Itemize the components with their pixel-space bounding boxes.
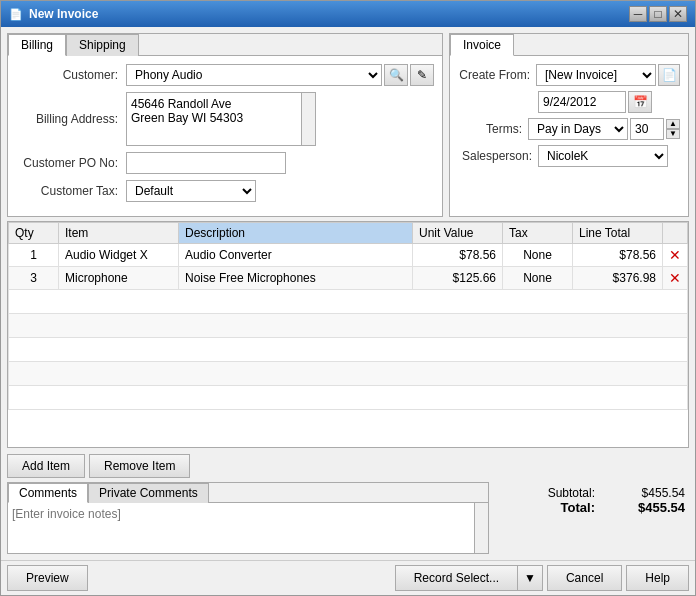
col-header-qty: Qty [9,223,59,244]
items-section: Qty Item Description Unit Value Tax Line… [7,221,689,448]
cancel-button[interactable]: Cancel [547,565,622,591]
invoice-tab[interactable]: Invoice [450,34,514,56]
table-row: 3 Microphone Noise Free Microphones $125… [9,267,688,290]
col-header-delete [663,223,688,244]
comments-body [8,503,488,553]
address-scrollbar[interactable] [301,93,315,145]
customer-tax-row: Customer Tax: Default [16,180,434,202]
document-small-icon: 📄 [662,68,677,82]
col-header-description: Description [179,223,413,244]
calendar-button[interactable]: 📅 [628,91,652,113]
item-action-buttons: Add Item Remove Item [7,454,689,478]
customer-row: Customer: Phony Audio 🔍 ✎ [16,64,434,86]
salesperson-select[interactable]: NicoleK [538,145,668,167]
col-header-item: Item [59,223,179,244]
private-comments-tab[interactable]: Private Comments [88,483,209,503]
billing-panel: Billing Shipping Customer: Phony Audio 🔍 [7,33,443,217]
row1-item: Audio Widget X [59,244,179,267]
add-item-button[interactable]: Add Item [7,454,85,478]
customer-select[interactable]: Phony Audio [126,64,382,86]
salesperson-row: Salesperson: NicoleK [458,145,680,167]
row2-qty: 3 [9,267,59,290]
total-value: $455.54 [615,500,685,515]
customer-po-input[interactable] [126,152,286,174]
terms-label: Terms: [458,122,528,136]
footer-bar: Preview Record Select... ▼ Cancel Help [1,560,695,595]
table-header: Qty Item Description Unit Value Tax Line… [9,223,688,244]
minimize-button[interactable]: ─ [629,6,647,22]
row1-qty: 1 [9,244,59,267]
top-section: Billing Shipping Customer: Phony Audio 🔍 [7,33,689,217]
address-line1: 45646 Randoll Ave [131,97,311,111]
totals-wrapper: Subtotal: $455.54 Total: $455.54 [489,482,689,519]
terms-days-input[interactable] [630,118,664,140]
create-from-row: Create From: [New Invoice] 📄 [458,64,680,86]
help-button[interactable]: Help [626,565,689,591]
create-from-select[interactable]: [New Invoice] [536,64,656,86]
title-bar: 📄 New Invoice ─ □ ✕ [1,1,695,27]
row1-description: Audio Converter [179,244,413,267]
create-from-button[interactable]: 📄 [658,64,680,86]
title-bar-left: 📄 New Invoice [9,7,98,21]
table-row-empty [9,386,688,410]
billing-address-label: Billing Address: [16,112,126,126]
billing-tab-header: Billing Shipping [8,34,442,56]
row2-delete-button[interactable]: ✕ [669,270,681,286]
invoice-tab-header: Invoice [450,34,688,56]
comments-section: Comments Private Comments [7,482,489,554]
customer-search-button[interactable]: 🔍 [384,64,408,86]
search-icon: 🔍 [389,68,404,82]
subtotal-value: $455.54 [615,486,685,500]
customer-input-group: Phony Audio 🔍 ✎ [126,64,434,86]
spinner-down-button[interactable]: ▼ [666,129,680,139]
comments-tab[interactable]: Comments [8,483,88,503]
table-row-empty [9,362,688,386]
items-table: Qty Item Description Unit Value Tax Line… [8,222,688,410]
row1-line-total: $78.56 [573,244,663,267]
billing-address-box: 45646 Randoll Ave Green Bay WI 54303 [126,92,316,146]
customer-edit-button[interactable]: ✎ [410,64,434,86]
table-row-empty [9,290,688,314]
record-select-button[interactable]: Record Select... [395,565,517,591]
row2-item: Microphone [59,267,179,290]
customer-po-row: Customer PO No: [16,152,434,174]
table-row-empty [9,314,688,338]
invoice-tab-content: Create From: [New Invoice] 📄 [450,56,688,180]
main-content: Billing Shipping Customer: Phony Audio 🔍 [1,27,695,560]
total-label: Total: [561,500,595,515]
comments-textarea[interactable] [8,503,474,553]
document-icon: 📄 [9,8,23,21]
comments-scrollbar[interactable] [474,503,488,553]
terms-spinner: ▲ ▼ [666,119,680,139]
billing-tab[interactable]: Billing [8,34,66,56]
shipping-tab[interactable]: Shipping [66,34,139,56]
row2-line-total: $376.98 [573,267,663,290]
table-row: 1 Audio Widget X Audio Converter $78.56 … [9,244,688,267]
remove-item-button[interactable]: Remove Item [89,454,190,478]
row1-delete-cell: ✕ [663,244,688,267]
date-input[interactable] [538,91,626,113]
customer-tax-select[interactable]: Default [126,180,256,202]
col-header-tax: Tax [503,223,573,244]
row2-unit-value: $125.66 [413,267,503,290]
dropdown-arrow-icon: ▼ [524,571,536,585]
restore-button[interactable]: □ [649,6,667,22]
row2-description: Noise Free Microphones [179,267,413,290]
row1-delete-button[interactable]: ✕ [669,247,681,263]
row2-tax: None [503,267,573,290]
close-button[interactable]: ✕ [669,6,687,22]
preview-button[interactable]: Preview [7,565,88,591]
terms-select[interactable]: Pay in Days [528,118,628,140]
terms-row: Terms: Pay in Days ▲ ▼ [458,118,680,140]
table-row-empty [9,338,688,362]
spinner-up-button[interactable]: ▲ [666,119,680,129]
window-title: New Invoice [29,7,98,21]
record-select-group: Record Select... ▼ [395,565,543,591]
address-line2: Green Bay WI 54303 [131,111,311,125]
customer-label: Customer: [16,68,126,82]
bottom-area: Comments Private Comments Subtotal: $455… [7,482,689,554]
create-from-label: Create From: [458,68,536,82]
col-header-line-total: Line Total [573,223,663,244]
salesperson-label: Salesperson: [458,149,538,163]
record-select-dropdown[interactable]: ▼ [517,565,543,591]
